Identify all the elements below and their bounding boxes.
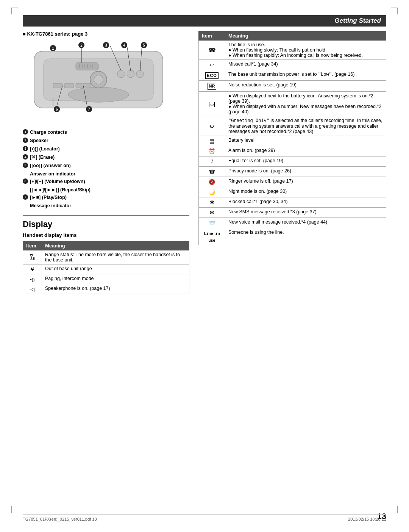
icon-cell: ☎ (199, 41, 225, 60)
meaning-cell: Equalizer is set. (page 19) (225, 156, 386, 166)
svg-text:5: 5 (143, 43, 145, 47)
svg-point-14 (94, 75, 103, 84)
right-col-meaning: Meaning (225, 31, 386, 41)
voicemail-icon: 📨 (209, 220, 215, 226)
item-label-4: [✕] (Erase) (30, 153, 55, 161)
meaning-cell: Paging, intercom mode (42, 274, 189, 284)
item-num-6: 6 (23, 178, 28, 184)
meaning-cell: "Greeting Only" is selected as the calle… (225, 116, 386, 136)
meaning-cell: Out of base unit range (42, 264, 189, 274)
corner-tl (11, 8, 18, 14)
signal-bars-icon: Y̲̅il (30, 254, 34, 260)
line-in-use-text: Line inuse (204, 232, 220, 243)
meaning-cell: Night mode is on. (page 30) (225, 187, 386, 197)
icon-cell: ω̈ (199, 116, 225, 136)
device-diagram: 1 2 3 4 5 (23, 40, 182, 123)
meaning-cell: Alarm is on. (page 29) (225, 146, 386, 156)
list-item: 5 [[oo]] (Answer on) (23, 162, 189, 169)
icon-cell: ✱ (199, 197, 225, 207)
table-row: NR Noise reduction is set. (page 19) (199, 81, 386, 91)
icon-cell: Y̲̅il (23, 250, 42, 264)
greeting-only-icon: ω̈ (210, 123, 214, 129)
footer: TG7851_61FX(en)_0215_ver011.pdf 13 2013/… (23, 514, 386, 521)
item-num-5: 5 (23, 163, 28, 168)
meaning-cell: Range status: The more bars visible, the… (42, 250, 189, 264)
eco-icon: ECO (205, 72, 219, 79)
table-row: 🔕 Ringer volume is off. (page 17) (199, 177, 386, 187)
paging-icon: •)) (30, 277, 34, 282)
icon-cell: 📨 (199, 217, 225, 228)
handset-table: Item Meaning Y̲̅il Range status: The mor… (23, 241, 189, 294)
list-item: 1 Charge contacts (23, 128, 189, 136)
icon-cell: ECO (199, 70, 225, 81)
meaning-cell: Speakerphone is on. (page 17) (42, 284, 189, 294)
display-title: Display (23, 219, 189, 229)
table-row: ▤ Battery level (199, 136, 386, 146)
table-row: ↩ Missed call*1 (page 34) (199, 60, 386, 70)
item-num-4: 4 (23, 154, 28, 160)
item-num-2: 2 (23, 138, 28, 143)
footer-left: TG7851_61FX(en)_0215_ver011.pdf 13 (23, 517, 97, 521)
item-num-3: 3 (23, 146, 28, 151)
table-row: ♪̈ Equalizer is set. (page 19) (199, 156, 386, 166)
svg-text:2: 2 (80, 43, 83, 47)
list-item: 6 [+]/[−] (Volume up/down) (23, 178, 189, 185)
meaning-cell: Blocked call*1 (page 30, 34) (225, 197, 386, 207)
item-num-1: 1 (23, 129, 28, 135)
icon-cell: ✉ (199, 207, 225, 217)
alarm-icon: ⏰ (209, 148, 215, 154)
right-table: Item Meaning ☎ The line is in use. ● Whe… (198, 31, 386, 245)
svg-text:6: 6 (56, 107, 58, 111)
table-row: ☎ Privacy mode is on. (page 26) (199, 166, 386, 177)
meaning-cell: Battery level (225, 136, 386, 146)
bullet-1: ● When flashing slowly: The call is put … (228, 47, 327, 53)
bullet-2: ● When flashing rapidly: An incoming cal… (228, 53, 363, 58)
right-col-item: Item (199, 31, 225, 41)
list-item: 3 [•))] (Locator) (23, 145, 189, 153)
meaning-cell: Noise reduction is set. (page 19) (225, 81, 386, 91)
svg-text:4: 4 (123, 43, 125, 47)
sms-icon: ✉ (210, 210, 214, 216)
svg-rect-3 (76, 63, 98, 70)
svg-rect-15 (53, 83, 62, 88)
icon-cell: •)) (23, 274, 42, 284)
icon-cell: ⏰ (199, 146, 225, 156)
icon-cell: Y (23, 264, 42, 274)
page: Getting Started KX-TG7861 series: page 3 (0, 0, 409, 532)
table-row: ◁ Speakerphone is on. (page 17) (23, 284, 189, 294)
icon-cell: ☎ (199, 166, 225, 177)
handset-subtitle: Handset display items (23, 232, 189, 238)
meaning-cell: The line is in use. ● When flashing slow… (225, 41, 386, 60)
handset-col-item: Item (23, 241, 42, 250)
item-label-5: [[oo]] (Answer on) (30, 162, 71, 169)
list-item: 2 Speaker (23, 137, 189, 144)
ringer-off-icon: 🔕 (209, 179, 215, 185)
list-item: 4 [✕] (Erase) (23, 153, 189, 161)
item-label-7: [►■] (Play/Stop) (30, 194, 67, 201)
out-of-range-icon: Y (31, 266, 34, 272)
table-row: ECO The base unit transmission power is … (199, 70, 386, 81)
item-sub-5: Answer on indicator (30, 170, 189, 178)
item-label-1: Charge contacts (30, 128, 67, 136)
meaning-cell: New SMS message received.*3 (page 37) (225, 207, 386, 217)
item-sub-7: Message indicator (30, 202, 189, 210)
divider (23, 215, 189, 216)
blocked-call-icon: ✱ (210, 199, 214, 205)
item-label-3: [•))] (Locator) (30, 145, 60, 153)
table-row: 📨 New voice mail message received.*4 (pa… (199, 217, 386, 228)
svg-point-11 (127, 70, 134, 78)
table-row: ω̈ "Greeting Only" is selected as the ca… (199, 116, 386, 136)
item-sub-6: [|◄◄]/[►►|] (Repeat/Skip) (30, 186, 189, 194)
list-item: 7 [►■] (Play/Stop) (23, 194, 189, 201)
svg-text:7: 7 (88, 107, 90, 111)
bullet-ans-2: ● When displayed with a number: New mess… (228, 104, 381, 114)
svg-rect-16 (64, 83, 74, 88)
bullet-ans-1: ● When displayed next to the battery ico… (228, 93, 373, 104)
corner-bl (11, 506, 18, 513)
item-list: 1 Charge contacts 2 Speaker 3 [•))] (Loc… (23, 128, 189, 210)
table-row: ⏰ Alarm is on. (page 29) (199, 146, 386, 156)
corner-br (391, 506, 398, 513)
table-row: Line inuse Someone is using the line. (199, 228, 386, 245)
answering-system-icon: ▭ (209, 102, 215, 107)
svg-point-12 (136, 70, 144, 78)
